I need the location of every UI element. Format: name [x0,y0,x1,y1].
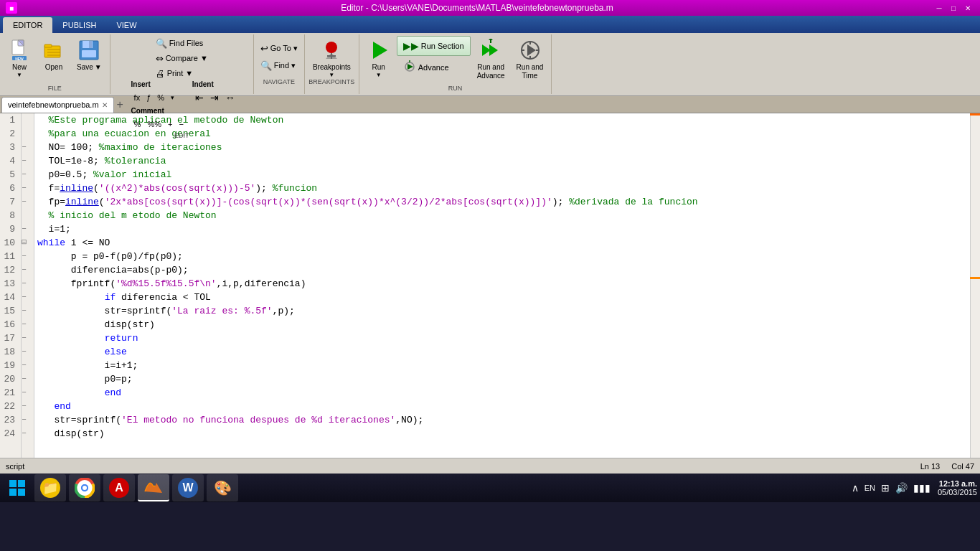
maximize-button[interactable]: □ [947,2,960,14]
cm-9: – [22,222,34,236]
taskbar-paint[interactable]: 🎨 [207,474,238,501]
run-label: Run [372,63,385,72]
code-text-10a: while [37,236,65,250]
insert-row1: fx ƒ % ▾ [131,90,187,105]
ln-20: 20 [3,372,18,386]
navigate-group-label: NAVIGATE [257,77,301,86]
compare-button[interactable]: ⇔ Compare ▼ [152,51,212,65]
tab-view[interactable]: VIEW [106,17,146,33]
new-button[interactable]: NEW New ▼ [3,36,36,77]
volume-icon[interactable]: 🔊 [895,482,908,494]
chevron-up-icon[interactable]: ∧ [852,482,859,494]
svg-rect-13 [82,50,96,57]
cm-10[interactable]: ⊟ [22,236,34,250]
run-middle-col: ▶▶ Run Section Advance [397,36,471,77]
ribbon-group-breakpoints: Breakpoints ▼ BREAKPOINTS [305,34,359,94]
close-button[interactable]: ✕ [961,2,974,14]
ln-14: 14 [3,291,18,304]
open-icon [42,39,65,62]
file-tab-close[interactable]: ✕ [102,101,108,109]
breakpoints-group-label: BREAKPOINTS [308,77,356,86]
ln-15: 15 [3,304,18,318]
code-text-18a [37,345,105,359]
ln-22: 22 [3,400,18,413]
find-button[interactable]: 🔍 Find ▾ [257,58,301,72]
taskbar-file-explorer[interactable]: 📁 [34,474,66,501]
ln-1: 1 [3,113,18,127]
breakpoints-button[interactable]: Breakpoints ▼ [308,36,356,77]
ln-16: 16 [3,318,18,331]
save-button[interactable]: Save▼ [72,36,107,77]
go-to-button[interactable]: ↩ Go To ▾ [257,41,301,55]
status-ln: Ln 13 [920,462,941,471]
code-text-18b: else [105,345,127,359]
run-advance-icon [479,39,502,62]
code-line-6: f=inline('((x^2)*abs(cos(sqrt(x)))-5'); … [37,182,967,195]
insert-btn2[interactable]: ƒ [143,90,154,105]
network-icon[interactable]: ⊞ [881,482,890,494]
code-line-3: NO= 100; %maximo de iteraciones [37,141,967,154]
start-button[interactable] [3,474,32,501]
cm-16: – [22,318,34,331]
cm-1 [22,113,34,127]
run-button[interactable]: Run ▼ [362,36,395,77]
indent-btn1[interactable]: ⇤ [192,90,207,105]
taskbar-acrobat[interactable]: A [103,474,135,501]
save-label: Save▼ [77,63,102,71]
tab-editor[interactable]: EDITOR [3,17,52,33]
find-files-button[interactable]: 🔍 Find Files [152,36,207,50]
svg-point-14 [326,42,337,53]
cm-2 [22,127,34,141]
run-time-button[interactable]: Run and Time [512,36,549,77]
code-text-15a: str=sprintf( [37,304,171,318]
indent-label: Indent [192,80,238,88]
run-section-button[interactable]: ▶▶ Run Section [397,36,471,56]
paint-icon: 🎨 [212,478,232,498]
editor-container: 1 2 3 4 5 6 7 8 9 10 11 12 13 14 15 16 1… [0,113,980,458]
indent-btn3[interactable]: ↔ [222,90,238,105]
comment-btn4[interactable]: − [176,117,186,131]
insert-btn3[interactable]: % [154,90,167,105]
new-label: New [12,63,27,72]
ribbon-group-run: Run ▼ ▶▶ Run Section [359,34,552,94]
find-label: Find ▾ [274,61,296,70]
find-icon: 🔍 [260,60,272,71]
code-text-6c: ( [93,182,99,195]
add-tab-button[interactable]: + [114,99,126,110]
svg-rect-33 [9,480,17,487]
indent-btn2[interactable]: ⇥ [207,90,222,105]
code-editor[interactable]: %Este programa aplican el metodo de Newt… [34,113,970,458]
taskbar-word[interactable]: W [172,474,204,501]
taskbar-matlab[interactable] [138,474,169,501]
print-button[interactable]: 🖨 Print ▼ [152,66,197,80]
system-tray-icons: ∧ EN ⊞ 🔊 ▮▮▮ [852,482,933,494]
indicator-mark-2 [970,277,980,279]
cm-6: – [22,182,34,195]
code-line-18: else [37,345,967,359]
code-text-23b: 'El metodo no funciona despues de %d ite… [121,413,395,427]
run-advance-button[interactable]: Run and Advance [472,36,510,77]
keyboard-icon: EN [864,484,875,492]
taskbar-chrome[interactable] [69,474,100,501]
code-text-12: diferencia=abs(p-p0); [37,263,189,277]
cm-7: – [22,195,34,209]
insert-btn4[interactable]: ▾ [168,90,177,105]
advance-button[interactable]: Advance [397,58,471,77]
open-button[interactable]: Open [37,36,70,77]
cm-3: – [22,141,34,154]
code-text-4b: %tolerancia [105,154,166,168]
chrome-icon [75,478,95,498]
time-display[interactable]: 12:13 a.m. 05/03/2015 [938,479,977,496]
comment-btn2[interactable]: %% [144,117,164,131]
file-group-label: FILE [3,84,107,93]
comment-btn3[interactable]: + [165,117,175,131]
insert-btn1[interactable]: fx [131,90,143,105]
file-tab-active[interactable]: veintefebnewtonprueba.m ✕ [1,97,114,113]
code-text-7f: %derivada de la funcion [569,195,697,209]
cm-5: – [22,168,34,182]
minimize-button[interactable]: ─ [933,2,946,14]
go-to-label: Go To ▾ [270,44,298,53]
comment-btn1[interactable]: % [131,117,144,131]
code-line-24: disp(str) [37,427,967,441]
tab-publish[interactable]: PUBLISH [52,17,106,33]
